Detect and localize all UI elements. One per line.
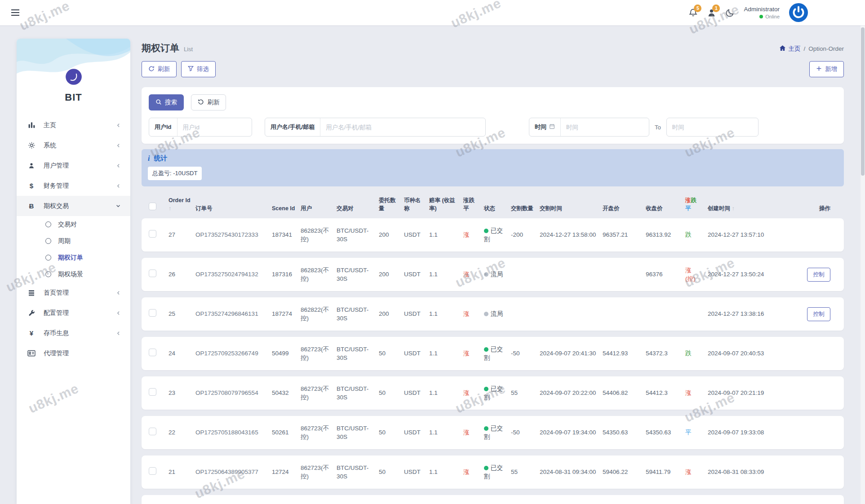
cell-coin: USDT (404, 230, 429, 239)
cell-pair: BTC/USDT-30S (337, 226, 379, 244)
status-dot (484, 229, 488, 233)
cell-order-id: 23 (169, 389, 195, 398)
search-button[interactable]: 搜索 (149, 94, 184, 111)
sidebar-item-user-management[interactable]: 用户管理 (17, 155, 130, 176)
cell-close-price: 96376 (646, 270, 685, 279)
header-order-id[interactable]: Order Id ↑ (169, 196, 195, 212)
cell-open-price: 54406.82 (603, 389, 646, 398)
filter-button[interactable]: 筛选 (181, 61, 216, 77)
header-odds: 赔率 (收益率) (429, 196, 463, 212)
cell-order-id: 21 (169, 468, 195, 477)
cell-created: 2024-09-07 20:40:53 (708, 349, 771, 358)
cell-created: 2024-09-07 19:33:08 (708, 428, 771, 437)
sidebar-item-label: 期权交易 (44, 202, 69, 210)
sidebar-subitem-trading-pairs[interactable]: 交易对 (17, 216, 130, 233)
add-button[interactable]: 新增 (809, 61, 844, 77)
table-row: 27 OP1735275430172333 187341 862823(不控) … (142, 218, 844, 252)
scrollbar-thumb[interactable] (861, 27, 865, 176)
cell-user: 862823(不控) (301, 266, 337, 283)
table-row: 22 OP1725705188043165 50261 862723(不控) B… (142, 416, 844, 449)
cell-amount: 50 (379, 428, 404, 437)
control-button[interactable]: 控制 (807, 268, 830, 282)
cell-settle-time: 2024-08-31 09:34:00 (540, 468, 603, 477)
user-id-filter: 用户Id (149, 118, 252, 137)
control-button[interactable]: 控制 (807, 307, 830, 321)
cell-scene-id: 50499 (272, 349, 301, 358)
cell-open-price: 54412.93 (603, 349, 646, 358)
statistics-title: 统计 (154, 154, 167, 163)
user-id-input[interactable] (177, 118, 252, 136)
row-checkbox[interactable] (149, 270, 156, 277)
cell-amount: 50 (379, 349, 404, 358)
notifications-bell-icon[interactable]: 5 (688, 8, 698, 18)
user-notifications-icon[interactable]: 1 (707, 8, 716, 18)
header-created[interactable]: 创建时间 ↑ (708, 204, 771, 212)
row-checkbox-cell (149, 428, 169, 438)
sidebar-item-agent-management[interactable]: 代理管理 (17, 343, 130, 363)
header-pair: 交易对 (337, 204, 379, 212)
cell-settle-amount: 55 (511, 389, 540, 398)
time-to-input[interactable] (667, 118, 758, 136)
account-label: 用户名/手机/邮箱 (265, 118, 320, 136)
table-row: 23 OP1725708079796554 50432 862723(不控) B… (142, 376, 844, 410)
chevron-left-icon (116, 143, 120, 148)
sidebar-subitem-option-scenes[interactable]: 期权场景 (17, 266, 130, 283)
time-to-filter (666, 118, 759, 137)
statistics-panel: i 统计 总盈亏: -10USDT (142, 149, 844, 186)
sidebar-item-finance-management[interactable]: $ 财务管理 (17, 176, 130, 196)
sidebar-subitem-period[interactable]: 周期 (17, 233, 130, 249)
cell-odds: 1.1 (429, 349, 463, 358)
sidebar-item-config-management[interactable]: 配置管理 (17, 303, 130, 323)
chevron-left-icon (116, 331, 120, 336)
cell-pair: BTC/USDT-30S (337, 305, 379, 323)
breadcrumb-home-link[interactable]: 主页 (779, 45, 800, 53)
cell-coin: USDT (404, 428, 429, 437)
sidebar-item-system[interactable]: 系统 (17, 135, 130, 155)
cell-trend: 涨 (463, 349, 484, 358)
table-header: Order Id ↑ 订单号 Scene Id 用户 交易对 委托数量 币种名称… (142, 196, 844, 218)
sidebar-item-home[interactable]: 主页 (17, 115, 130, 135)
header-result: 涨跌平 (685, 196, 708, 212)
row-checkbox[interactable] (149, 428, 156, 435)
cell-coin: USDT (404, 349, 429, 358)
breadcrumb-current: Option-Order (808, 45, 844, 52)
search-refresh-button[interactable]: 刷新 (191, 94, 226, 111)
row-checkbox[interactable] (149, 467, 156, 475)
sidebar-item-option-trading[interactable]: Ƀ 期权交易 (17, 196, 130, 216)
sidebar-subitem-option-orders[interactable]: 期权订单 (17, 249, 130, 266)
cell-trend: 涨 (463, 270, 484, 279)
cell-pair: BTC/USDT-30S (337, 266, 379, 283)
user-id-label: 用户Id (149, 118, 177, 136)
cell-settle-time: 2024-09-07 20:41:30 (540, 349, 603, 358)
cell-result: 跌 (685, 349, 708, 358)
account-input[interactable] (320, 118, 485, 136)
cell-order-no: OP1725064389905377 (195, 468, 272, 477)
cell-trend: 涨 (463, 428, 484, 437)
chevron-left-icon (116, 164, 120, 168)
refresh-button[interactable]: 刷新 (142, 61, 177, 77)
chevron-left-icon (116, 123, 120, 128)
row-checkbox[interactable] (149, 388, 156, 396)
sort-arrow-icon: ↑ (169, 205, 171, 212)
header-scene-id: Scene Id (272, 204, 301, 212)
bell-badge: 5 (694, 4, 701, 12)
row-checkbox[interactable] (149, 309, 156, 317)
list-icon (27, 289, 36, 296)
row-checkbox[interactable] (149, 349, 156, 356)
total-pnl-badge: 总盈亏: -10USDT (148, 167, 202, 180)
avatar[interactable] (789, 3, 808, 22)
scrollbar-track[interactable] (861, 26, 865, 504)
radio-ring-icon (45, 255, 51, 261)
sidebar-item-homepage-management[interactable]: 首页管理 (17, 283, 130, 303)
sidebar-item-coin-interest[interactable]: ¥ 存币生息 (17, 323, 130, 343)
hamburger-menu-icon[interactable] (11, 9, 20, 16)
header-close-price: 收盘价 (646, 204, 685, 212)
sidebar-subitem-label: 期权订单 (58, 254, 83, 262)
row-checkbox[interactable] (149, 230, 156, 238)
funnel-icon (188, 66, 194, 73)
dark-mode-moon-icon[interactable] (725, 8, 735, 18)
cell-close-price: 54412.3 (646, 389, 685, 398)
dollar-icon: $ (27, 182, 36, 190)
select-all-checkbox[interactable] (149, 203, 156, 210)
time-from-input[interactable] (561, 118, 649, 136)
